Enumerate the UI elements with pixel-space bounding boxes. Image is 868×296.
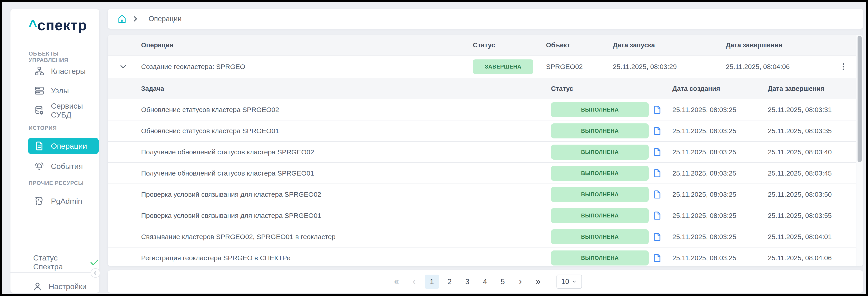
task-finished-date: 25.11.2025, 08:03:35 (768, 127, 832, 135)
task-row: Обновление статусов кластера SPRGEO02 ВЫ… (108, 99, 856, 120)
sidebar-section-objects: ОБЪЕКТЫ УПРАВЛЕНИЯ (29, 51, 99, 63)
page-button-5[interactable]: 5 (496, 275, 510, 289)
task-status-badge: ВЫПОЛНЕНА (551, 250, 649, 266)
task-created-date: 25.11.2025, 08:03:25 (672, 254, 736, 262)
spektr-status-label: Статус Спектра (33, 253, 84, 271)
task-log-file-icon[interactable] (653, 168, 662, 179)
app-logo: ^спектр (29, 17, 87, 34)
breadcrumb-current: Операции (149, 15, 182, 23)
task-status-badge: ВЫПОЛНЕНА (551, 208, 649, 223)
task-status-badge: ВЫПОЛНЕНА (551, 124, 649, 138)
pagination-bar: « ‹ 1 2 3 4 5 › » 10 (108, 270, 863, 293)
sidebar-item-clusters[interactable]: Кластеры (28, 63, 99, 79)
page-size-select[interactable]: 10 (556, 275, 582, 289)
operation-end-date: 25.11.2025, 08:04:06 (726, 63, 789, 71)
chevron-right-icon (131, 15, 139, 23)
chevron-left-icon (92, 270, 98, 276)
task-finished-date: 25.11.2025, 08:04:06 (768, 254, 832, 262)
vertical-scrollbar (856, 35, 863, 266)
cluster-icon (34, 66, 44, 76)
operations-icon (34, 141, 44, 151)
sidebar-item-label: PgAdmin (51, 197, 82, 206)
task-created-date: 25.11.2025, 08:03:25 (672, 233, 736, 241)
collapse-row-icon[interactable] (119, 62, 128, 71)
last-page-button[interactable]: » (531, 275, 546, 289)
sidebar-item-pgadmin[interactable]: PgAdmin (28, 193, 99, 209)
sidebar-item-operations[interactable]: Операции (28, 138, 99, 154)
task-row: Связывание кластеров SPRGEO02, SPRGEO01 … (108, 226, 856, 247)
column-header-start-date: Дата запуска (613, 42, 655, 49)
sidebar-item-nodes[interactable]: Узлы (28, 83, 99, 99)
pager: « ‹ 1 2 3 4 5 › » 10 (389, 275, 582, 289)
operations-header-row: Операция Статус Объект Дата запуска Дата… (108, 35, 856, 56)
first-page-button[interactable]: « (389, 275, 404, 289)
task-finished-date: 25.11.2025, 08:03:55 (768, 212, 832, 219)
sidebar-item-label: Узлы (51, 86, 69, 95)
sidebar-item-settings[interactable]: Настройки (32, 279, 87, 294)
task-name: Связывание кластеров SPRGEO02, SPRGEO01 … (141, 233, 336, 241)
operation-start-date: 25.11.2025, 08:03:29 (613, 63, 677, 71)
page-button-3[interactable]: 3 (460, 275, 475, 289)
task-log-file-icon[interactable] (653, 231, 662, 242)
task-finished-date: 25.11.2025, 08:03:31 (768, 106, 832, 114)
task-name: Получение обновлений статусов кластера S… (141, 148, 314, 156)
sidebar-item-label: Настройки (49, 282, 87, 291)
sidebar-section-history: ИСТОРИЯ (29, 125, 57, 131)
task-name: Получение обновлений статусов кластера S… (141, 169, 314, 177)
task-log-file-icon[interactable] (653, 104, 662, 115)
next-page-button[interactable]: › (513, 275, 528, 289)
user-icon (32, 281, 43, 292)
task-row: Получение обновлений статусов кластера S… (108, 142, 856, 163)
operations-table: Операция Статус Объект Дата запуска Дата… (108, 35, 863, 266)
page-button-1[interactable]: 1 (425, 275, 439, 289)
task-row: Проверка условий связывания для кластера… (108, 184, 856, 205)
sidebar-item-label: Операции (51, 142, 87, 151)
column-header-object: Объект (546, 42, 570, 49)
task-created-date: 25.11.2025, 08:03:25 (672, 127, 736, 135)
task-name: Проверка условий связывания для кластера… (141, 191, 321, 198)
task-log-file-icon[interactable] (653, 210, 662, 221)
column-header-end-date: Дата завершения (726, 42, 782, 49)
task-created-date: 25.11.2025, 08:03:25 (672, 148, 736, 156)
home-icon[interactable] (117, 14, 127, 24)
sidebar-collapse-button[interactable] (91, 268, 100, 278)
column-header-task: Задача (141, 85, 164, 92)
task-name: Проверка условий связывания для кластера… (141, 212, 321, 219)
task-row: Регистрация геокластера SPRGEO в СПЕКТРе… (108, 247, 856, 266)
breadcrumb: Операции (108, 9, 863, 29)
task-name: Регистрация геокластера SPRGEO в СПЕКТРе (141, 254, 290, 262)
page-button-4[interactable]: 4 (478, 275, 492, 289)
task-log-file-icon[interactable] (653, 252, 662, 264)
column-header-finished-date: Дата завершения (768, 85, 825, 92)
sidebar-item-events[interactable]: События (28, 158, 99, 174)
spektr-status: Статус Спектра (33, 257, 99, 268)
sidebar-divider (10, 44, 99, 44)
page-button-2[interactable]: 2 (442, 275, 457, 289)
task-created-date: 25.11.2025, 08:03:25 (672, 169, 736, 177)
column-header-operation: Операция (141, 42, 174, 49)
task-row: Получение обновлений статусов кластера S… (108, 163, 856, 184)
operation-object: SPRGEO02 (546, 63, 583, 71)
kebab-menu-icon[interactable] (839, 61, 848, 72)
task-status-badge: ВЫПОЛНЕНА (551, 187, 649, 202)
task-log-file-icon[interactable] (653, 146, 662, 158)
task-log-file-icon[interactable] (653, 126, 662, 136)
prev-page-button[interactable]: ‹ (407, 275, 422, 289)
nodes-icon (34, 85, 44, 96)
task-name: Обновление статусов кластера SPRGEO01 (141, 127, 279, 135)
sidebar-item-label: События (51, 162, 83, 171)
status-check-icon (89, 257, 99, 267)
pgadmin-icon (34, 196, 44, 206)
task-status-badge: ВЫПОЛНЕНА (551, 102, 649, 117)
app-window: ^спектр ОБЪЕКТЫ УПРАВЛЕНИЯ Кластеры Узлы… (0, 0, 868, 296)
scrollbar-thumb[interactable] (858, 36, 862, 162)
operation-name: Создание геокластера: SPRGEO (141, 63, 245, 71)
task-log-file-icon[interactable] (653, 189, 662, 200)
column-header-status: Статус (473, 42, 495, 49)
operation-status-badge: ЗАВЕРШЕНА (473, 59, 533, 74)
task-row: Обновление статусов кластера SPRGEO01 ВЫ… (108, 120, 856, 142)
task-status-badge: ВЫПОЛНЕНА (551, 144, 649, 160)
sidebar-item-db-services[interactable]: Сервисы СУБД (28, 103, 99, 118)
sidebar-item-label: Кластеры (51, 67, 86, 76)
task-status-badge: ВЫПОЛНЕНА (551, 166, 649, 181)
